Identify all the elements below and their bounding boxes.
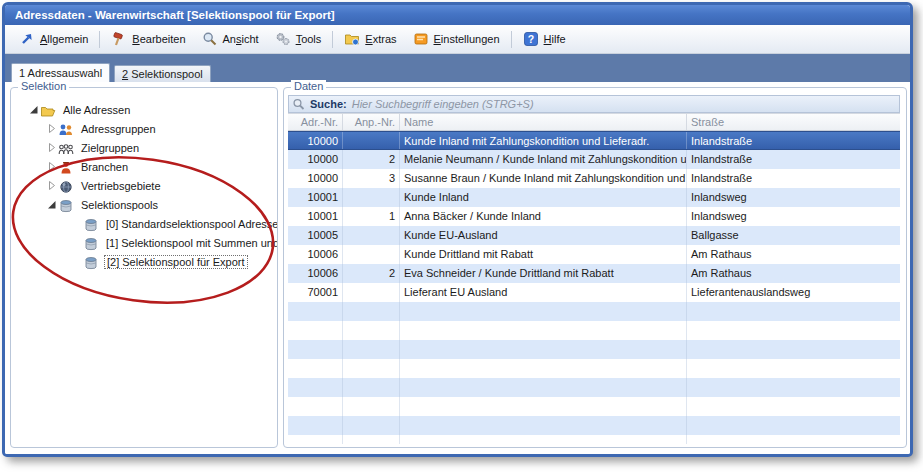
arrow-up-right-icon (19, 31, 35, 47)
tree-item-adressgruppen[interactable]: Adressgruppen (15, 119, 277, 138)
tree-expander-expanded-icon[interactable] (45, 198, 58, 211)
database-icon (83, 217, 99, 231)
menu-item-label: Bearbeiten (132, 33, 185, 45)
tree-item-label: [2] Selektionspool für Export (104, 255, 248, 269)
grid-empty-row (288, 435, 900, 444)
tree-item--2-selektionspool-für-export[interactable]: [2] Selektionspool für Export (15, 252, 277, 271)
gears-icon (275, 31, 291, 47)
tree-expander-collapsed-icon[interactable] (45, 160, 58, 173)
tree-item--1-selektionspool-mit-summen-und-grupp[interactable]: [1] Selektionspool mit Summen und Grupp (15, 233, 277, 252)
tree-item-alle-adressen[interactable]: Alle Adressen (15, 100, 277, 119)
cell-name (400, 321, 687, 340)
cell-anp-nr: 2 (343, 264, 400, 283)
menu-item-einstellungen[interactable]: Einstellungen (405, 28, 508, 50)
tree-item-label: Zielgruppen (79, 141, 141, 155)
grid-row[interactable]: 100002Melanie Neumann / Kunde Inland mit… (288, 150, 900, 169)
cell-adr-nr: 10000 (288, 169, 343, 188)
grid-row[interactable]: 100003Susanne Braun / Kunde Inland mit Z… (288, 169, 900, 188)
cell-name (400, 378, 687, 397)
cell-anp-nr (343, 188, 400, 207)
cell-anp-nr (343, 340, 400, 359)
menu-item-label: Ansicht (223, 33, 259, 45)
column-header-straße[interactable]: Straße (687, 114, 900, 130)
menu-item-label: Tools (296, 33, 322, 45)
grid-empty-row (288, 359, 900, 378)
cell-anp-nr (343, 397, 400, 416)
cell-strasse (687, 435, 900, 444)
daten-groupbox: Daten Suche: Hier Suchbegriff eingeben (… (283, 87, 907, 448)
menu-item-extras[interactable]: Extras (336, 28, 404, 50)
cell-anp-nr (343, 226, 400, 245)
tab-selektionspool[interactable]: 2 Selektionspool (114, 65, 211, 82)
territories-globe-icon (58, 179, 74, 193)
cell-anp-nr (343, 245, 400, 264)
screenshot-stage: Adressdaten - Warenwirtschaft [Selektion… (0, 0, 923, 475)
cell-name: Kunde Inland (400, 188, 687, 207)
grid-empty-row (288, 302, 900, 321)
menu-item-allgemein[interactable]: Allgemein (11, 28, 96, 50)
target-groups-icon (58, 141, 74, 155)
cell-strasse (687, 378, 900, 397)
selection-tree: Alle AdressenAdressgruppenZielgruppenBra… (11, 100, 277, 445)
column-header-adr-nr-[interactable]: Adr.-Nr. (288, 114, 343, 130)
content-area: Selektion Alle AdressenAdressgruppenZiel… (5, 82, 910, 455)
grid-empty-row (288, 416, 900, 435)
cell-anp-nr: 2 (343, 150, 400, 169)
folder-icon (344, 31, 360, 47)
tree-expander-collapsed-icon[interactable] (45, 179, 58, 192)
cell-adr-nr: 10000 (288, 150, 343, 169)
grid-body: 10000Kunde Inland mit Zahlungskondition … (288, 131, 900, 444)
tree-item-zielgruppen[interactable]: Zielgruppen (15, 138, 277, 157)
address-grid: Adr.-Nr.Anp.-Nr.NameStraße 10000Kunde In… (288, 113, 900, 444)
column-header-anp-nr-[interactable]: Anp.-Nr. (343, 114, 400, 130)
menu-item-label: Extras (365, 33, 396, 45)
column-header-name[interactable]: Name (400, 114, 687, 130)
app-window: Adressdaten - Warenwirtschaft [Selektion… (2, 2, 913, 457)
tab-label: 1 Adressauswahl (19, 67, 102, 79)
cell-adr-nr (288, 359, 343, 378)
search-bar[interactable]: Suche: Hier Suchbegriff eingeben (STRG+S… (288, 95, 900, 113)
cell-strasse: Lieferantenauslandsweg (687, 283, 900, 302)
cell-adr-nr (288, 321, 343, 340)
menu-item-tools[interactable]: Tools (267, 28, 330, 50)
cell-strasse: Inlandstraße (687, 150, 900, 169)
cell-name (400, 359, 687, 378)
cell-strasse: Inlandstraße (687, 132, 900, 149)
tree-item-label: Vertriebsgebiete (79, 179, 163, 193)
tree-item-branchen[interactable]: Branchen (15, 157, 277, 176)
menu-separator (511, 31, 512, 48)
grid-row[interactable]: 10006Kunde Drittland mit RabattAm Rathau… (288, 245, 900, 264)
cell-name (400, 435, 687, 444)
cell-name: Kunde Inland mit Zahlungskondition und L… (400, 132, 687, 149)
tree-item--0-standardselektionspool-adressen[interactable]: [0] Standardselektionspool Adressen (15, 214, 277, 233)
grid-row[interactable]: 100062Eva Schneider / Kunde Drittland mi… (288, 264, 900, 283)
grid-row[interactable]: 10001Kunde InlandInlandsweg (288, 188, 900, 207)
tree-expander-collapsed-icon[interactable] (45, 122, 58, 135)
tree-expander-collapsed-icon[interactable] (45, 141, 58, 154)
menu-item-ansicht[interactable]: Ansicht (194, 28, 267, 50)
cell-name: Susanne Braun / Kunde Inland mit Zahlung… (400, 169, 687, 188)
tree-item-selektionspools[interactable]: Selektionspools (15, 195, 277, 214)
cell-name (400, 340, 687, 359)
cell-strasse (687, 340, 900, 359)
cell-strasse: Inlandsweg (687, 188, 900, 207)
tree-item-label: Branchen (79, 160, 130, 174)
tree-item-label: [1] Selektionspool mit Summen und Grupp (104, 236, 277, 250)
cell-adr-nr (288, 302, 343, 321)
cell-adr-nr (288, 397, 343, 416)
cell-anp-nr (343, 416, 400, 435)
grid-row[interactable]: 70001Lieferant EU AuslandLieferantenausl… (288, 283, 900, 302)
grid-row[interactable]: 100011Anna Bäcker / Kunde InlandInlandsw… (288, 207, 900, 226)
tree-item-vertriebsgebiete[interactable]: Vertriebsgebiete (15, 176, 277, 195)
tree-expander-expanded-icon[interactable] (27, 103, 40, 116)
cell-name (400, 416, 687, 435)
grid-row[interactable]: 10005Kunde EU-AuslandBallgasse (288, 226, 900, 245)
menu-item-bearbeiten[interactable]: Bearbeiten (103, 28, 193, 50)
menu-item-hilfe[interactable]: ?Hilfe (515, 28, 574, 50)
search-magnifier-icon (291, 96, 307, 112)
industries-icon (58, 160, 74, 174)
cell-anp-nr (343, 378, 400, 397)
grid-row[interactable]: 10000Kunde Inland mit Zahlungskondition … (288, 131, 900, 150)
tree-item-label: [0] Standardselektionspool Adressen (104, 217, 277, 231)
menu-separator (99, 31, 100, 48)
